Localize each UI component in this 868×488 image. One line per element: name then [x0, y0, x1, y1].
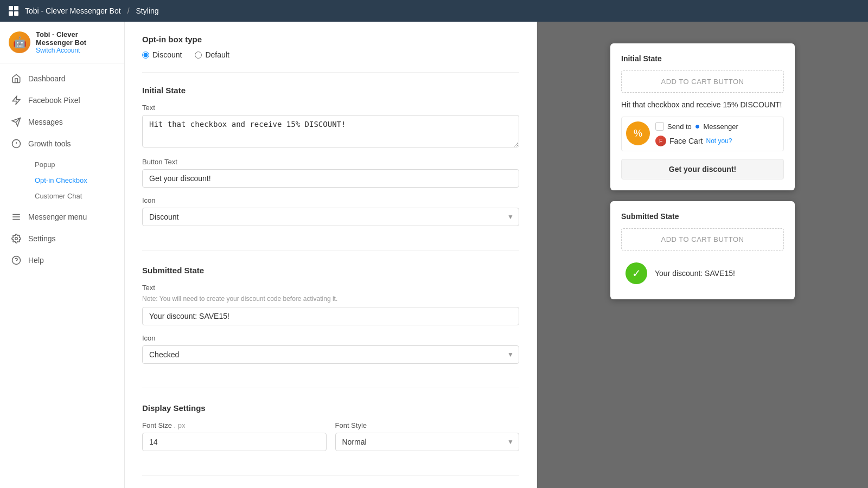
switch-account-link[interactable]: Switch Account	[36, 47, 116, 54]
submitted-state-preview-card: Submitted State ADD TO CART BUTTON ✓ You…	[610, 201, 795, 299]
add-to-cart-preview-initial: ADD TO CART BUTTON	[621, 70, 784, 93]
sidebar-item-popup[interactable]: Popup	[28, 157, 124, 172]
content-area: Opt-in box type Discount Default Initial…	[125, 22, 868, 488]
sidebar-item-messenger-menu-label: Messenger menu	[28, 213, 87, 221]
submitted-body-text: Your discount: SAVE15!	[655, 269, 735, 278]
initial-state-preview-card: Initial State ADD TO CART BUTTON Hit tha…	[610, 43, 795, 190]
sidebar-item-dashboard[interactable]: Dashboard	[0, 68, 124, 89]
submitted-icon-field: Icon Checked Discount None ▼	[142, 334, 519, 364]
submitted-state-title: Submitted State	[142, 266, 519, 275]
initial-text-input[interactable]	[142, 115, 519, 147]
initial-state-title: Initial State	[142, 86, 519, 95]
messenger-optin-wrapper: % Send to ● Messenger F Face Cart Not yo	[621, 117, 784, 151]
menu-icon	[11, 211, 22, 222]
not-you-link[interactable]: Not you?	[706, 137, 732, 145]
submitted-icon-select-wrap: Checked Discount None ▼	[142, 345, 519, 364]
radio-option-discount[interactable]: Discount	[142, 50, 182, 59]
sidebar-item-messenger-menu[interactable]: Messenger menu	[0, 206, 124, 228]
user-name: Face Cart	[669, 137, 703, 145]
add-to-cart-preview-submitted: ADD TO CART BUTTON	[621, 228, 784, 251]
submitted-icon-label: Icon	[142, 334, 519, 342]
messenger-icon: ●	[695, 121, 700, 131]
svg-point-7	[15, 237, 18, 240]
breadcrumb-sep: /	[127, 7, 130, 15]
font-size-input[interactable]	[142, 433, 327, 451]
growth-tools-subnav: Popup Opt-in Checkbox Customer Chat	[0, 155, 124, 206]
opt-in-box-section: Opt-in box type Discount Default	[142, 35, 519, 73]
font-style-select[interactable]: Normal Bold Italic	[335, 433, 520, 451]
sidebar-item-opt-in-checkbox[interactable]: Opt-in Checkbox	[28, 172, 124, 188]
submitted-text-field: Text Note: You will need to create your …	[142, 284, 519, 325]
pixel-icon	[11, 95, 22, 106]
form-panel: Opt-in box type Discount Default Initial…	[125, 22, 537, 488]
get-discount-button[interactable]: Get your discount!	[621, 159, 784, 179]
sidebar: 🤖 Tobi - Clever Messenger Bot Switch Acc…	[0, 22, 125, 488]
font-style-label: Font Style	[335, 421, 520, 429]
font-style-select-wrap: Normal Bold Italic ▼	[335, 433, 520, 451]
submitted-text-input[interactable]	[142, 307, 519, 325]
display-settings-grid: Font Size . px Font Style Normal Bold It…	[142, 421, 519, 460]
display-settings-title: Display Settings	[142, 403, 519, 413]
initial-icon-label: Icon	[142, 196, 519, 204]
messenger-user: F Face Cart Not you?	[655, 136, 738, 146]
button-text-input[interactable]	[142, 169, 519, 188]
sidebar-item-growth-tools[interactable]: Growth tools	[0, 133, 124, 155]
button-text-label: Button Text	[142, 158, 519, 166]
display-settings-section: Display Settings Font Size . px Font Sty…	[142, 403, 519, 476]
radio-option-default[interactable]: Default	[195, 50, 229, 59]
submitted-note: Note: You will need to create your disco…	[142, 295, 519, 303]
initial-icon-select-wrap: Discount Checked None ▼	[142, 208, 519, 226]
sidebar-item-help-label: Help	[28, 256, 44, 265]
initial-text-label: Text	[142, 104, 519, 112]
font-size-label: Font Size . px	[142, 421, 327, 429]
discount-badge-icon: %	[626, 121, 650, 145]
account-section: 🤖 Tobi - Clever Messenger Bot Switch Acc…	[0, 22, 124, 63]
home-icon	[11, 73, 22, 84]
app-name: Tobi - Clever Messenger Bot	[25, 7, 121, 15]
send-to-label: Send to	[667, 123, 692, 131]
account-info: Tobi - Clever Messenger Bot Switch Accou…	[36, 30, 116, 54]
initial-preview-body-text: Hit that checkbox and receive 15% DISCOU…	[621, 100, 784, 109]
initial-state-section: Initial State Text Button Text Icon Disc…	[142, 86, 519, 251]
submitted-row: ✓ Your discount: SAVE15!	[621, 258, 784, 288]
settings-icon	[11, 233, 22, 244]
sidebar-item-settings-label: Settings	[28, 234, 56, 243]
initial-icon-select[interactable]: Discount Checked None	[142, 208, 519, 226]
initial-text-field: Text	[142, 104, 519, 149]
sidebar-item-messages[interactable]: Messages	[0, 111, 124, 133]
opt-in-box-type-label: Opt-in box type	[142, 35, 519, 44]
help-icon	[11, 255, 22, 266]
font-size-field: Font Size . px	[142, 421, 327, 451]
messenger-label: Messenger	[704, 123, 738, 131]
preview-panel: Initial State ADD TO CART BUTTON Hit tha…	[537, 22, 868, 488]
sidebar-item-help[interactable]: Help	[0, 249, 124, 271]
page-title: Styling	[136, 7, 159, 15]
sidebar-item-dashboard-label: Dashboard	[28, 74, 66, 83]
submitted-text-label: Text	[142, 284, 519, 292]
avatar: 🤖	[9, 31, 30, 53]
sidebar-item-settings[interactable]: Settings	[0, 228, 124, 249]
button-text-field: Button Text	[142, 158, 519, 188]
messenger-checkbox[interactable]	[655, 122, 664, 131]
sidebar-item-facebook-pixel[interactable]: Facebook Pixel	[0, 89, 124, 111]
submitted-icon-select[interactable]: Checked Discount None	[142, 345, 519, 364]
sidebar-item-customer-chat[interactable]: Customer Chat	[28, 188, 124, 204]
initial-icon-field: Icon Discount Checked None ▼	[142, 196, 519, 226]
submitted-state-card-title: Submitted State	[621, 212, 784, 221]
sidebar-item-growth-tools-label: Growth tools	[28, 139, 71, 148]
submitted-state-section: Submitted State Text Note: You will need…	[142, 266, 519, 388]
initial-state-card-title: Initial State	[621, 54, 784, 63]
opt-in-type-radio-group: Discount Default	[142, 50, 519, 59]
app-logo-icon	[9, 6, 18, 16]
sidebar-item-facebook-pixel-label: Facebook Pixel	[28, 96, 80, 105]
sidebar-item-messages-label: Messages	[28, 118, 63, 126]
messages-icon	[11, 117, 22, 127]
optin-right: Send to ● Messenger F Face Cart Not you?	[655, 121, 738, 146]
main-nav: Dashboard Facebook Pixel Messages	[0, 63, 124, 275]
growth-icon	[11, 138, 22, 149]
account-name: Tobi - Clever Messenger Bot	[36, 30, 116, 47]
top-bar: Tobi - Clever Messenger Bot / Styling	[0, 0, 868, 22]
font-style-field: Font Style Normal Bold Italic ▼	[335, 421, 520, 451]
user-avatar: F	[655, 136, 666, 146]
send-to-row: Send to ● Messenger	[655, 121, 738, 131]
